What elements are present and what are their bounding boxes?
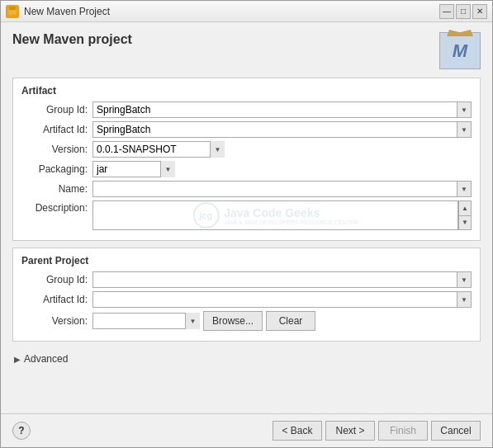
- svg-rect-2: [8, 10, 17, 15]
- advanced-label: Advanced: [24, 353, 68, 365]
- group-id-label: Group Id:: [21, 104, 88, 116]
- version-select-wrapper: 0.0.1-SNAPSHOT ▼: [92, 141, 225, 158]
- artifact-id-label: Artifact Id:: [21, 124, 88, 135]
- version-row: Version: 0.0.1-SNAPSHOT ▼: [21, 141, 472, 158]
- group-id-input[interactable]: [92, 101, 457, 118]
- parent-group-id-field: ▼: [92, 271, 472, 288]
- packaging-select[interactable]: jar: [92, 161, 175, 177]
- scroll-down-btn[interactable]: ▼: [459, 216, 471, 230]
- parent-artifact-id-field: ▼: [92, 291, 472, 308]
- description-field: jcg Java Code Geeks JAVA & JAVA DEVELOPE…: [92, 200, 472, 230]
- window-icon: [6, 5, 19, 18]
- window-title: New Maven Project: [24, 6, 434, 17]
- parent-group-id-dropdown-btn[interactable]: ▼: [457, 271, 472, 288]
- description-row: Description: jcg Java Code Geeks JAVA & …: [21, 200, 472, 230]
- parent-version-select-wrapper: ▼: [92, 313, 200, 329]
- maximize-button[interactable]: □: [456, 4, 471, 19]
- main-content: New Maven project M Artifact Group Id: ▼: [1, 22, 492, 413]
- version-label: Version:: [21, 144, 88, 155]
- scroll-area: Artifact Group Id: ▼ Artifact Id: ▼: [12, 78, 481, 403]
- maven-logo: M: [439, 32, 481, 69]
- packaging-select-wrapper: jar ▼: [92, 161, 175, 177]
- help-button[interactable]: ?: [12, 422, 31, 440]
- browse-button[interactable]: Browse...: [203, 311, 263, 331]
- packaging-label: Packaging:: [21, 163, 88, 175]
- page-title: New Maven project: [12, 32, 132, 47]
- cancel-button[interactable]: Cancel: [431, 421, 481, 441]
- parent-version-row: Version: ▼ Browse... Clear: [21, 311, 472, 331]
- group-id-dropdown-btn[interactable]: ▼: [457, 101, 472, 118]
- clear-button[interactable]: Clear: [266, 311, 315, 331]
- name-dropdown-btn[interactable]: ▼: [457, 181, 472, 197]
- artifact-id-input[interactable]: [92, 121, 457, 138]
- description-label: Description:: [21, 200, 88, 214]
- next-button[interactable]: Next >: [325, 421, 375, 441]
- minimize-button[interactable]: —: [439, 4, 454, 19]
- artifact-section: Artifact Group Id: ▼ Artifact Id: ▼: [12, 78, 481, 241]
- description-scrollbar: ▲ ▼: [458, 200, 472, 230]
- parent-version-controls: ▼ Browse... Clear: [92, 311, 472, 331]
- nav-buttons: < Back Next > Finish Cancel: [273, 421, 481, 441]
- title-bar: New Maven Project — □ ✕: [1, 1, 492, 22]
- advanced-row: ▶ Advanced: [12, 348, 481, 370]
- scroll-up-btn[interactable]: ▲: [459, 201, 471, 216]
- parent-artifact-id-row: Artifact Id: ▼: [21, 291, 472, 308]
- name-label: Name:: [21, 183, 88, 195]
- parent-version-label: Version:: [21, 315, 88, 327]
- close-button[interactable]: ✕: [472, 4, 487, 19]
- title-bar-controls: — □ ✕: [439, 4, 487, 19]
- window: New Maven Project — □ ✕ New Maven projec…: [0, 0, 493, 448]
- group-id-row: Group Id: ▼: [21, 101, 472, 118]
- parent-artifact-id-dropdown-btn[interactable]: ▼: [457, 291, 472, 308]
- parent-artifact-id-input[interactable]: [92, 291, 457, 308]
- artifact-id-field: ▼: [92, 121, 472, 138]
- header-area: New Maven project M: [12, 32, 481, 69]
- description-input[interactable]: [92, 200, 458, 230]
- bottom-bar: ? < Back Next > Finish Cancel: [1, 413, 492, 447]
- version-select[interactable]: 0.0.1-SNAPSHOT: [92, 141, 225, 158]
- artifact-id-row: Artifact Id: ▼: [21, 121, 472, 138]
- artifact-section-title: Artifact: [21, 85, 472, 97]
- parent-section: Parent Project Group Id: ▼ Artifact Id: …: [12, 248, 481, 342]
- parent-group-id-input[interactable]: [92, 271, 457, 288]
- triangle-icon: ▶: [14, 355, 21, 364]
- finish-button[interactable]: Finish: [378, 421, 428, 441]
- parent-version-select[interactable]: [92, 313, 200, 329]
- back-button[interactable]: < Back: [273, 421, 322, 441]
- artifact-id-dropdown-btn[interactable]: ▼: [457, 121, 472, 138]
- name-row: Name: ▼: [21, 181, 472, 197]
- parent-section-title: Parent Project: [21, 255, 472, 266]
- parent-artifact-id-label: Artifact Id:: [21, 294, 88, 305]
- advanced-toggle[interactable]: ▶ Advanced: [14, 351, 479, 366]
- parent-group-id-label: Group Id:: [21, 274, 88, 285]
- parent-group-id-row: Group Id: ▼: [21, 271, 472, 288]
- svg-rect-1: [9, 7, 16, 10]
- name-input[interactable]: [92, 181, 457, 197]
- packaging-row: Packaging: jar ▼: [21, 161, 472, 177]
- group-id-field: ▼: [92, 101, 472, 118]
- name-field: ▼: [92, 181, 472, 197]
